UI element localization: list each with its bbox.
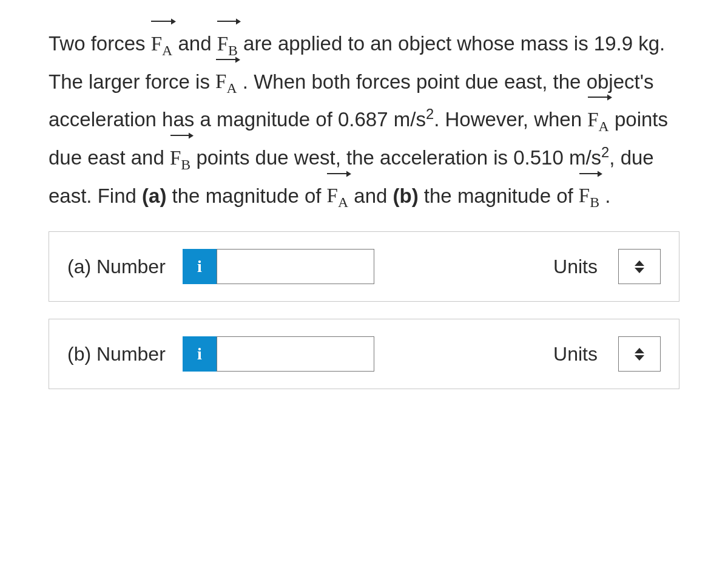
- vector-fa: FA: [327, 177, 349, 215]
- vector-fa: FA: [587, 100, 609, 138]
- mass-value: 19.9 kg: [594, 32, 659, 55]
- text: and: [354, 184, 393, 206]
- units-select-b[interactable]: [618, 336, 661, 372]
- units-label-a: Units: [553, 256, 598, 278]
- answer-row-b: (b) Number i Units: [49, 319, 679, 389]
- text: are applied to an object whose mass is: [243, 32, 594, 55]
- problem-statement: Two forces FA and FB are applied to an o…: [49, 24, 679, 214]
- squared: 2: [601, 144, 609, 160]
- number-input-a[interactable]: [217, 249, 374, 284]
- vector-fb: FB: [579, 177, 599, 215]
- number-input-wrap-b: i: [183, 336, 374, 372]
- chevron-updown-icon: [635, 348, 644, 361]
- text: points due west, the acceleration is: [196, 146, 513, 169]
- text: Two forces: [49, 32, 151, 55]
- vector-fb: FB: [217, 24, 238, 63]
- text: .: [599, 184, 610, 206]
- acc2-value: 0.510 m/s: [513, 146, 601, 169]
- text: the magnitude of: [419, 184, 579, 206]
- part-a-marker: (a): [142, 184, 166, 206]
- info-button-a[interactable]: i: [183, 249, 217, 284]
- part-b-marker: (b): [393, 184, 419, 206]
- acc1-value: 0.687 m/s: [338, 108, 426, 131]
- number-input-b[interactable]: [217, 336, 374, 372]
- answer-a-label: (a) Number: [67, 256, 166, 278]
- text: and: [178, 32, 217, 55]
- text: . However, when: [434, 108, 587, 131]
- info-button-b[interactable]: i: [183, 336, 217, 372]
- answer-row-a: (a) Number i Units: [49, 231, 679, 302]
- squared: 2: [426, 106, 434, 122]
- vector-fa: FA: [215, 63, 237, 101]
- vector-fb: FB: [170, 138, 190, 177]
- text: the magnitude of: [166, 184, 326, 206]
- vector-fa: FA: [151, 24, 173, 63]
- answer-b-label: (b) Number: [67, 343, 166, 365]
- chevron-updown-icon: [635, 260, 644, 273]
- number-input-wrap-a: i: [183, 249, 374, 284]
- units-select-a[interactable]: [618, 249, 661, 284]
- units-label-b: Units: [553, 343, 598, 365]
